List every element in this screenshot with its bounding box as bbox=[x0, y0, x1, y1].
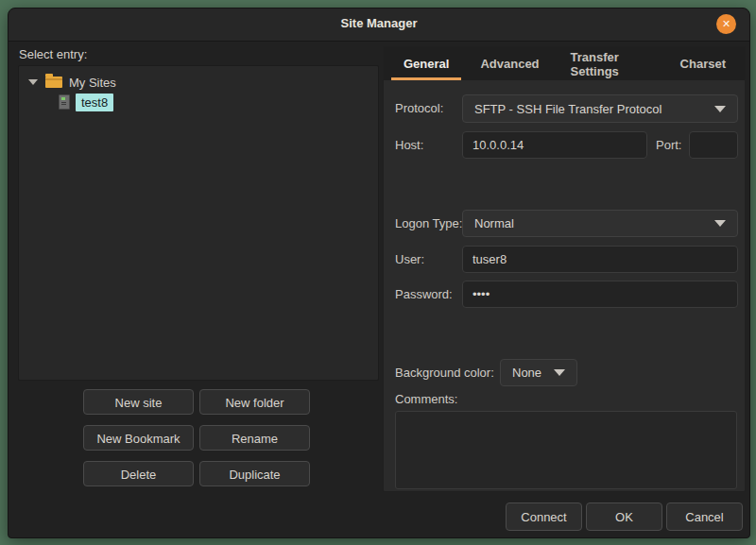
connect-button[interactable]: Connect bbox=[506, 502, 582, 531]
duplicate-button[interactable]: Duplicate bbox=[199, 461, 310, 486]
host-input[interactable] bbox=[462, 131, 647, 159]
tab-charset[interactable]: Charset bbox=[668, 47, 738, 80]
background-color-value: None bbox=[512, 366, 546, 380]
logon-type-label: Logon Type: bbox=[395, 216, 462, 230]
comments-label: Comments: bbox=[395, 392, 457, 406]
background-color-dropdown[interactable]: None bbox=[500, 359, 577, 386]
tree-item-label: My Sites bbox=[69, 76, 116, 90]
server-icon bbox=[59, 94, 70, 110]
chevron-down-icon[interactable] bbox=[28, 79, 38, 85]
comments-textarea[interactable] bbox=[395, 411, 737, 489]
delete-button[interactable]: Delete bbox=[83, 461, 194, 486]
close-icon[interactable]: ✕ bbox=[716, 14, 736, 34]
tab-advanced[interactable]: Advanced bbox=[468, 47, 551, 80]
tree-item-label-selected: test8 bbox=[76, 94, 113, 111]
site-manager-dialog: Site Manager ✕ Select entry: My Sites te… bbox=[8, 8, 750, 538]
password-label: Password: bbox=[395, 287, 453, 301]
settings-panel: General Advanced Transfer Settings Chars… bbox=[383, 46, 746, 492]
tab-transfer-settings[interactable]: Transfer Settings bbox=[558, 47, 662, 80]
ok-button[interactable]: OK bbox=[586, 502, 662, 531]
cancel-button[interactable]: Cancel bbox=[666, 502, 743, 531]
port-input[interactable] bbox=[689, 131, 738, 159]
tree-item-test8[interactable]: test8 bbox=[59, 93, 113, 111]
window-title: Site Manager bbox=[9, 16, 749, 30]
site-tree: My Sites test8 bbox=[18, 65, 379, 381]
chevron-down-icon bbox=[714, 106, 726, 112]
tree-item-my-sites[interactable]: My Sites bbox=[28, 73, 116, 92]
tab-strip: General Advanced Transfer Settings Chars… bbox=[384, 47, 745, 80]
chevron-down-icon bbox=[554, 369, 565, 376]
new-folder-button[interactable]: New folder bbox=[199, 389, 310, 415]
user-label: User: bbox=[395, 252, 424, 266]
title-bar: Site Manager ✕ bbox=[9, 9, 749, 42]
port-label: Port: bbox=[656, 138, 681, 152]
user-input[interactable] bbox=[462, 246, 738, 273]
background-color-label: Background color: bbox=[395, 366, 494, 380]
chevron-down-icon bbox=[714, 220, 726, 227]
select-entry-label: Select entry: bbox=[19, 47, 87, 61]
host-label: Host: bbox=[395, 138, 423, 152]
new-bookmark-button[interactable]: New Bookmark bbox=[83, 425, 194, 451]
logon-type-dropdown[interactable]: Normal bbox=[462, 210, 738, 237]
protocol-value: SFTP - SSH File Transfer Protocol bbox=[474, 102, 707, 116]
tab-general[interactable]: General bbox=[391, 47, 461, 80]
folder-icon bbox=[45, 77, 62, 88]
protocol-dropdown[interactable]: SFTP - SSH File Transfer Protocol bbox=[462, 94, 738, 123]
protocol-label: Protocol: bbox=[395, 101, 443, 115]
logon-type-value: Normal bbox=[474, 216, 707, 230]
rename-button[interactable]: Rename bbox=[199, 425, 310, 451]
new-site-button[interactable]: New site bbox=[83, 389, 194, 415]
password-input[interactable] bbox=[462, 281, 738, 308]
